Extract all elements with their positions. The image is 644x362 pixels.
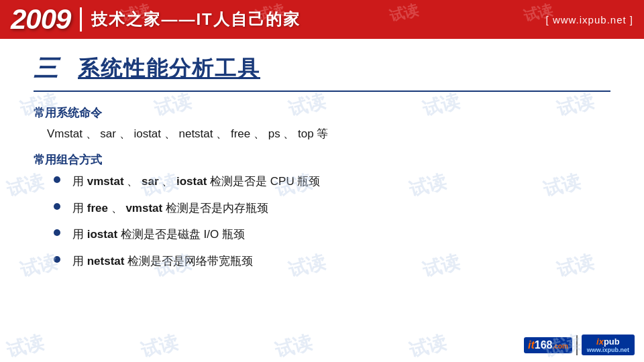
bullet-text-4: 用 netstat 检测是否是网络带宽瓶颈 — [72, 253, 253, 270]
header-watermark: 试读 — [387, 0, 421, 27]
header-bar: 试读 试读 试读 试读 2009 技术之家——IT人自己的家 [ www.ixp… — [0, 0, 644, 39]
ixpub-logo: ixpub www.ixpub.net — [582, 335, 635, 355]
watermark: 试读 — [4, 168, 47, 202]
bullet-text-1: 用 vmstat 、 sar 、 iostat 检测是否是 CPU 瓶颈 — [72, 173, 320, 190]
section1-label: 常用系统命令 — [34, 105, 610, 121]
watermark: 试读 — [272, 329, 315, 362]
page-title-container: 三 系统性能分析工具 — [34, 52, 610, 92]
bullet-item-3: 用 iostat 检测是否是磁盘 I/O 瓶颈 — [54, 226, 610, 243]
bullet-item-1: 用 vmstat 、 sar 、 iostat 检测是否是 CPU 瓶颈 — [54, 173, 610, 190]
bullet-text-2: 用 free 、 vmstat 检测是否是内存瓶颈 — [72, 200, 268, 217]
ixpub-url: www.ixpub.net — [587, 347, 629, 353]
bullet-item-2: 用 free 、 vmstat 检测是否是内存瓶颈 — [54, 200, 610, 217]
it168-logo: it168.com — [524, 337, 572, 353]
page-title: 系统性能分析工具 — [78, 54, 260, 84]
bullet-dot — [54, 203, 60, 210]
watermark: 试读 — [138, 329, 181, 362]
footer-logos: it168.com ixpub www.ixpub.net — [524, 335, 635, 355]
header-url: [ www.ixpub.net ] — [546, 14, 633, 25]
bullet-dot — [54, 256, 60, 263]
commands-line: Vmstat 、 sar 、 iostat 、 netstat 、 free 、… — [47, 125, 610, 143]
bullet-dot — [54, 176, 60, 183]
logo-divider — [576, 335, 578, 355]
commands-text: Vmstat 、 sar 、 iostat 、 netstat 、 free 、… — [47, 127, 328, 140]
section2-label: 常用组合方式 — [34, 152, 610, 168]
watermark: 试读 — [407, 329, 449, 362]
main-content: 试读 试读 试读 试读 试读 试读 试读 试读 试读 试读 试读 试读 试读 试… — [0, 39, 644, 362]
watermark: 试读 — [4, 329, 47, 362]
bullet-dot — [54, 229, 60, 236]
bullet-list: 用 vmstat 、 sar 、 iostat 检测是否是 CPU 瓶颈 用 f… — [54, 173, 610, 269]
bullet-item-4: 用 netstat 检测是否是网络带宽瓶颈 — [54, 253, 610, 270]
header-year: 2009 — [0, 5, 70, 34]
bullet-text-3: 用 iostat 检测是否是磁盘 I/O 瓶颈 — [72, 226, 245, 243]
header-title: 技术之家——IT人自己的家 — [91, 9, 300, 30]
title-number: 三 — [34, 52, 58, 85]
header-divider — [80, 7, 82, 32]
